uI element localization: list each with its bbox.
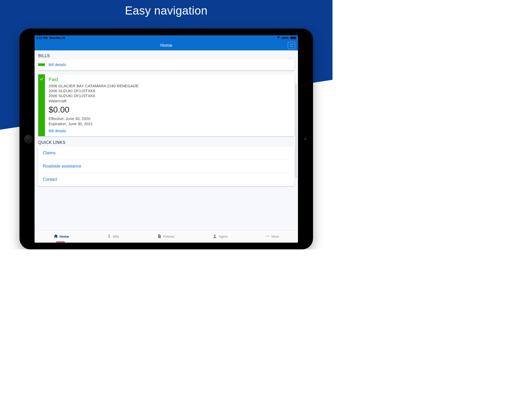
vehicle-line: 2006 GLACIER BAY CATAMARA 2240 RENEGADE: [49, 83, 291, 88]
quicklinks-section-title: QUICK LINKS: [38, 140, 294, 145]
vehicle-line: 2006 SUZUKI DF115TXK6: [49, 93, 291, 98]
status-stripe: [38, 74, 45, 136]
tablet-camera: [304, 138, 307, 140]
promo-title: Easy navigation: [0, 4, 332, 17]
document-icon: [157, 234, 162, 239]
scrollbar[interactable]: [296, 84, 296, 178]
tab-bar: Home Bills Policies Agent More: [35, 230, 298, 243]
status-badge: Paid: [49, 77, 291, 82]
effective-date: Effective: June 30, 2020: [49, 116, 291, 121]
quicklink-claims[interactable]: Claims: [43, 147, 290, 160]
status-stripe: [38, 63, 45, 66]
expiration-date: Expiration: June 30, 2021: [49, 121, 291, 127]
wifi-icon: [277, 36, 280, 39]
tab-label: More: [271, 235, 279, 238]
tab-policies[interactable]: Policies: [154, 232, 177, 241]
tablet-frame: 5:17 PM Wed Mar 31 100% Home BILLS: [19, 29, 313, 249]
tab-more[interactable]: More: [263, 232, 282, 241]
content-area[interactable]: BILLS Bill details Paid 2006 GLACIER BAY…: [35, 50, 298, 230]
quicklinks-card: Claims Roadside assistance Contact: [38, 147, 294, 186]
check-icon: [39, 77, 44, 81]
page-title: Home: [160, 43, 172, 48]
home-icon: [54, 234, 58, 239]
battery-icon: [290, 37, 296, 39]
svg-point-3: [267, 236, 268, 237]
battery-percent: 100%: [281, 36, 289, 39]
tab-bills[interactable]: Bills: [104, 232, 122, 241]
status-time: 5:17 PM: [37, 36, 48, 39]
status-date: Wed Mar 31: [50, 36, 65, 39]
amount-due: $0.00: [49, 105, 291, 115]
svg-rect-0: [288, 42, 295, 49]
quicklink-contact[interactable]: Contact: [43, 173, 290, 186]
brand-logo-icon: [287, 41, 296, 50]
app-screen: 5:17 PM Wed Mar 31 100% Home BILLS: [35, 35, 298, 243]
tab-label: Home: [60, 235, 69, 238]
tab-label: Agent: [219, 235, 228, 238]
policy-category: Watercraft: [49, 98, 291, 103]
person-icon: [212, 234, 217, 239]
bill-mini-card[interactable]: Bill details: [38, 59, 294, 70]
quicklink-roadside[interactable]: Roadside assistance: [43, 160, 290, 173]
status-bar: 5:17 PM Wed Mar 31 100%: [35, 35, 298, 41]
tab-label: Bills: [113, 235, 119, 238]
bill-paid-card[interactable]: Paid 2006 GLACIER BAY CATAMARA 2240 RENE…: [38, 74, 294, 136]
svg-point-1: [214, 235, 216, 236]
svg-point-2: [266, 236, 267, 237]
bill-details-link[interactable]: Bill details: [49, 129, 291, 133]
tab-label: Policies: [163, 235, 175, 238]
vehicle-line: 2006 SUZUKI DF115TXK6: [49, 88, 291, 93]
dollar-icon: [107, 234, 111, 239]
bill-details-link[interactable]: Bill details: [49, 62, 66, 67]
more-icon: [265, 234, 270, 239]
tab-agent[interactable]: Agent: [210, 232, 230, 241]
tablet-home-button: [24, 135, 32, 143]
svg-point-4: [269, 236, 269, 237]
bills-section-title: BILLS: [38, 54, 294, 58]
app-header: Home: [35, 41, 298, 50]
tab-home[interactable]: Home: [51, 232, 72, 241]
